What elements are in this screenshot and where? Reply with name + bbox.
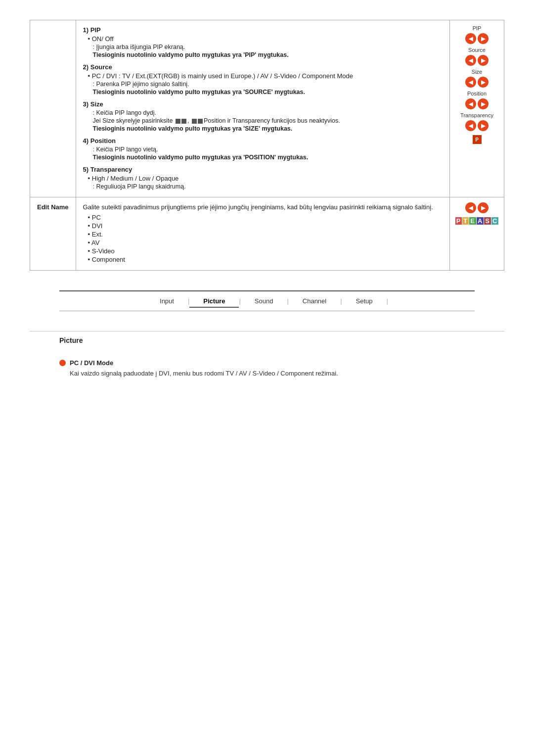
editname-btn-pair: [465, 202, 489, 213]
pip-icon-group: PIP: [454, 25, 500, 44]
orange-circle-icon: [59, 360, 66, 366]
pteasc-a: A: [477, 217, 484, 225]
source-left-btn[interactable]: [465, 55, 476, 66]
transparency-btn-pair: [465, 120, 489, 131]
pteasc-e: E: [469, 217, 476, 225]
transparency-title: 5) Transparency: [83, 166, 443, 173]
table-row-editname: Edit Name Galite suteikti pavadinimus pr…: [30, 197, 504, 271]
transparency-icon-group: Transparency: [454, 112, 500, 131]
size-colon: : Keičia PIP lango dydį.: [93, 109, 443, 116]
editname-bullet-av: • AV: [88, 239, 443, 246]
editname-intro: Galite suteikti pavadinimus prijungtiems…: [83, 203, 443, 211]
source-bold: Tiesioginis nuotolinio valdymo pulto myg…: [93, 89, 443, 95]
source-btn-pair: [465, 55, 489, 66]
main-table: 1) PIP • ON/ Off : Įjungia arba išjungia…: [30, 20, 504, 271]
position-icon-label: Position: [467, 91, 487, 96]
nav-item-picture[interactable]: Picture: [189, 295, 239, 308]
size-note: Jei Size skyrelyje pasirinksite , Positi…: [93, 117, 443, 124]
editname-bullet-component: • Component: [88, 256, 443, 263]
size-btn-pair: [465, 77, 489, 88]
pc-dvi-mode-header: PC / DVI Mode: [59, 359, 475, 367]
pc-dvi-mode-body: Kai vaizdo signalą paduodate į DVI, meni…: [70, 370, 475, 377]
editname-icon-cell: P T E A S C: [450, 197, 504, 271]
position-colon: : Keičia PIP lango vietą.: [93, 146, 443, 153]
position-icon-group: Position: [454, 91, 500, 109]
nav-bar-wrapper: Input | Picture | Sound | Channel | Setu…: [59, 290, 475, 311]
pip-btn-pair: [465, 33, 489, 44]
pip-title: 1) PIP: [83, 26, 443, 34]
pteasc-label: P T E A S C: [455, 217, 499, 225]
position-bold: Tiesioginis nuotolinio valdymo pulto myg…: [93, 154, 443, 161]
pip-icon-label: PIP: [473, 25, 482, 31]
size-bold: Tiesioginis nuotolinio valdymo pulto myg…: [93, 125, 443, 132]
pteasc-t: T: [462, 217, 469, 225]
source-icon-label: Source: [468, 47, 486, 53]
pip-right-btn[interactable]: [478, 33, 489, 44]
editname-content: Galite suteikti pavadinimus prijungtiems…: [76, 197, 449, 271]
source-title: 2) Source: [83, 63, 443, 71]
pip-bold-text: Tiesioginis nuotolinio valdymo pulto myg…: [93, 51, 443, 58]
pteasc-s: S: [484, 217, 491, 225]
source-colon: : Parenka PIP įėjimo signalo šaltinį.: [93, 81, 443, 88]
transparency-left-btn[interactable]: [465, 120, 476, 131]
editname-bullet-svideo: • S-Video: [88, 247, 443, 255]
transparency-bullet: • High / Medium / Low / Opaque: [88, 175, 443, 182]
nav-sep-5: |: [387, 297, 388, 305]
nav-item-channel[interactable]: Channel: [289, 295, 340, 307]
transparency-colon: : Reguliuoja PIP langų skaidrumą.: [93, 183, 443, 190]
size-left-btn[interactable]: [465, 77, 476, 88]
pip-colon-text: : Įjungia arba išjungia PIP ekraną.: [93, 44, 443, 50]
nav-item-sound[interactable]: Sound: [241, 295, 287, 307]
transparency-right-btn[interactable]: [478, 120, 489, 131]
position-right-btn[interactable]: [478, 98, 489, 109]
pip-bullet-on-off: • ON/ Off: [88, 35, 443, 43]
pteasc-p: P: [455, 217, 462, 225]
p-button[interactable]: P: [472, 134, 483, 145]
source-icon-group: Source: [454, 47, 500, 66]
editname-label: Edit Name: [30, 197, 76, 271]
page-wrapper: 1) PIP • ON/ Off : Įjungia arba išjungia…: [0, 0, 534, 397]
size-right-btn[interactable]: [478, 77, 489, 88]
table-row-pip: 1) PIP • ON/ Off : Įjungia arba išjungia…: [30, 20, 504, 197]
nav-item-setup[interactable]: Setup: [342, 295, 387, 307]
editname-left-btn[interactable]: [465, 202, 476, 213]
pteasc-c: C: [491, 217, 498, 225]
transparency-icon-label: Transparency: [460, 112, 493, 118]
pip-icon-cell: PIP Source Size: [450, 20, 504, 197]
picture-section: PC / DVI Mode Kai vaizdo signalą paduoda…: [30, 359, 504, 377]
pc-dvi-mode-title: PC / DVI Mode: [70, 359, 113, 367]
size-icon-group: Size: [454, 69, 500, 88]
editname-bullet-ext: • Ext.: [88, 231, 443, 238]
source-bullet: • PC / DVI : TV / Ext.(EXT(RGB) is mainl…: [88, 72, 443, 80]
source-right-btn[interactable]: [478, 55, 489, 66]
editname-bullet-dvi: • DVI: [88, 222, 443, 230]
size-title: 3) Size: [83, 100, 443, 108]
p-button-group: P: [454, 134, 500, 145]
nav-bar: Input | Picture | Sound | Channel | Setu…: [59, 290, 475, 311]
position-left-btn[interactable]: [465, 98, 476, 109]
bottom-title: Picture: [59, 336, 475, 344]
editname-right-btn[interactable]: [478, 202, 489, 213]
position-btn-pair: [465, 98, 489, 109]
pip-content-cell: 1) PIP • ON/ Off : Įjungia arba išjungia…: [76, 20, 449, 197]
bottom-section: Picture: [30, 331, 504, 344]
pip-left-btn[interactable]: [465, 33, 476, 44]
editname-bullet-pc: • PC: [88, 214, 443, 221]
nav-item-input[interactable]: Input: [146, 295, 188, 307]
position-title: 4) Position: [83, 137, 443, 144]
pip-label-cell: [30, 20, 76, 197]
size-icon-label: Size: [472, 69, 482, 75]
